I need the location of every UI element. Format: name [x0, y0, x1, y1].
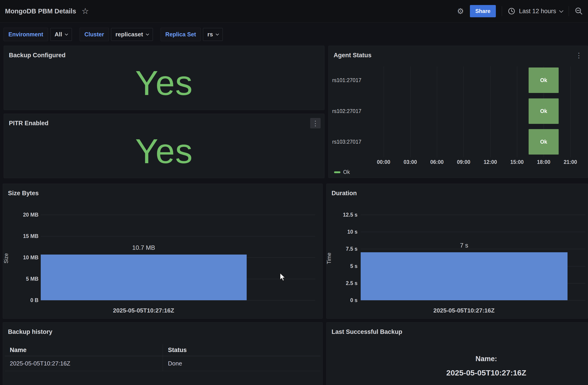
panel-header: Backup history	[3, 323, 322, 337]
gridline	[384, 66, 384, 157]
settings-button[interactable]: ⚙	[457, 7, 464, 16]
panel-title[interactable]: Backup history	[8, 328, 52, 335]
share-button[interactable]: Share	[470, 5, 496, 17]
y-tick: 0 B	[30, 297, 39, 303]
duration-plot: 7 s	[361, 215, 586, 300]
chevron-down-icon	[559, 8, 563, 13]
chevron-down-icon	[216, 32, 219, 36]
column-header-status[interactable]: Status	[163, 344, 321, 356]
filter-replica-set-select[interactable]: rs	[203, 28, 223, 41]
panel-agent-status: Agent Status ⋮ rs101:27017 rs102:27017 r…	[328, 46, 588, 178]
panel-pitr-enabled: PITR Enabled ⋮ Yes	[4, 114, 324, 178]
filter-cluster-label: Cluster	[80, 28, 109, 41]
y-tick: 2.5 s	[346, 280, 357, 286]
last-backup-content: Name: 2025-05-05T10:27:16Z	[385, 355, 588, 377]
favorite-button[interactable]: ☆	[82, 6, 89, 16]
row-label: rs102:27017	[329, 108, 365, 114]
y-tick: 5 s	[350, 263, 357, 269]
variable-filter-bar: Environment All Cluster replicaset Repli…	[4, 28, 231, 41]
status-ok-box[interactable]: Ok	[529, 68, 558, 93]
x-axis-tick: 2025-05-05T10:27:16Z	[434, 307, 495, 314]
panel-title[interactable]: Duration	[332, 190, 357, 197]
y-tick: 20 MB	[23, 212, 39, 218]
y-tick: 12.5 s	[343, 212, 357, 218]
filter-cluster-select[interactable]: replicaset	[111, 28, 153, 41]
x-axis-tick: 2025-05-05T10:27:16Z	[113, 307, 174, 314]
table-header: Name Status	[5, 344, 321, 356]
panel-header: Backup Configured	[4, 46, 324, 60]
panel-title[interactable]: Size Bytes	[8, 190, 39, 197]
y-tick: 15 MB	[23, 233, 39, 239]
chevron-down-icon	[146, 32, 149, 36]
gridline	[361, 249, 586, 249]
zoom-out-icon	[575, 7, 583, 15]
y-tick: 10 s	[347, 229, 357, 235]
x-tick: 12:00	[483, 159, 497, 165]
time-range-picker[interactable]: Last 12 hours	[508, 7, 563, 15]
filter-replica-set-value: rs	[207, 31, 213, 38]
y-axis-label: Size	[3, 253, 9, 263]
duration-bar[interactable]	[361, 252, 567, 300]
y-axis-ticks: 20 MB 15 MB 10 MB 5 MB 0 B	[17, 215, 39, 300]
panel-duration: Duration Time 12.5 s 10 s 7.5 s 5 s 2.5 …	[326, 184, 588, 319]
panel-header: Agent Status ⋮	[329, 46, 588, 60]
navbar-left: MongoDB PBM Details ☆	[5, 6, 89, 16]
filter-environment-label: Environment	[4, 28, 48, 41]
gridline	[41, 236, 315, 236]
gridline	[517, 66, 517, 157]
navbar-divider	[502, 6, 502, 16]
duration-bar-label: 7 s	[460, 242, 468, 249]
filter-environment-select[interactable]: All	[50, 28, 72, 41]
status-ok-box[interactable]: Ok	[529, 98, 558, 124]
panel-header: Size Bytes	[3, 184, 322, 198]
panel-title[interactable]: PITR Enabled	[9, 120, 48, 127]
filter-replica-set-label: Replica Set	[161, 28, 201, 41]
gridline	[463, 66, 464, 157]
dashboard-title: MongoDB PBM Details	[5, 7, 76, 15]
star-icon: ☆	[82, 6, 89, 16]
table-row: 2025-05-05T10:27:16Z Done	[5, 356, 321, 371]
x-tick: 15:00	[510, 159, 524, 165]
gear-icon: ⚙	[457, 7, 464, 16]
size-bytes-bar[interactable]	[41, 254, 247, 300]
legend-ok-label: Ok	[343, 169, 350, 175]
dashboard-screen: MongoDB PBM Details ☆ ⚙ Share Last 12 ho…	[0, 0, 588, 385]
agent-status-plot: Ok Ok Ok	[370, 66, 584, 157]
y-tick: 7.5 s	[346, 246, 357, 252]
backup-configured-value: Yes	[4, 59, 324, 108]
cell-status: Done	[163, 356, 321, 371]
row-label: rs101:27017	[329, 77, 365, 83]
zoom-out-button[interactable]	[575, 7, 583, 15]
kebab-icon: ⋮	[575, 51, 582, 59]
status-ok-box[interactable]: Ok	[529, 129, 558, 154]
x-tick: 06:00	[430, 159, 444, 165]
pitr-enabled-value: Yes	[4, 127, 324, 176]
panel-title[interactable]: Backup Configured	[9, 52, 65, 59]
y-axis-label: Time	[326, 252, 332, 264]
panel-last-successful-backup: Last Successful Backup Name: 2025-05-05T…	[326, 322, 588, 385]
last-backup-name-value: 2025-05-05T10:27:16Z	[385, 368, 588, 377]
filter-cluster: Cluster replicaset	[80, 28, 153, 41]
panel-title[interactable]: Last Successful Backup	[332, 328, 402, 335]
size-bytes-bar-label: 10.7 MB	[132, 244, 155, 251]
panel-backup-configured: Backup Configured Yes	[4, 46, 324, 110]
y-tick: 0 s	[350, 297, 357, 303]
column-header-name[interactable]: Name	[5, 346, 163, 354]
agent-status-x-axis: 00:00 03:00 06:00 09:00 12:00 15:00 18:0…	[370, 159, 584, 166]
gridline	[41, 215, 315, 215]
panel-header: Last Successful Backup	[327, 323, 588, 337]
panel-menu-button[interactable]: ⋮	[574, 50, 584, 60]
y-tick: 10 MB	[23, 254, 39, 261]
filter-replica-set: Replica Set rs	[161, 28, 223, 41]
panel-size-bytes: Size Bytes Size 20 MB 15 MB 10 MB 5 MB 0…	[3, 184, 323, 319]
gridline	[361, 215, 586, 215]
panel-title[interactable]: Agent Status	[334, 52, 372, 59]
gridline	[437, 66, 437, 157]
size-bytes-plot: 10.7 MB	[41, 215, 315, 300]
filter-environment: Environment All	[4, 28, 72, 41]
gridline	[490, 66, 491, 157]
time-range-label: Last 12 hours	[519, 8, 556, 15]
navbar-divider	[569, 6, 569, 16]
legend-item-ok[interactable]: Ok	[334, 169, 350, 175]
panel-backup-history: Backup history Name Status 2025-05-05T10…	[3, 322, 323, 385]
